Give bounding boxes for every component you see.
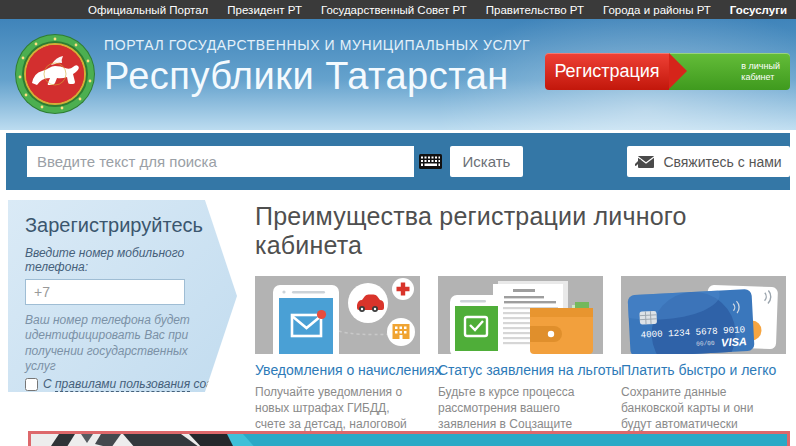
republic-title-line: Республики Татарстан (104, 55, 530, 98)
promo-banner-image (31, 434, 787, 446)
benefit-status: Статус заявления на льготы Будьте в курс… (438, 276, 604, 446)
register-panel: Зарегистрируйтесь Введите номер мобильно… (8, 200, 237, 392)
promo-banner[interactable] (28, 431, 790, 446)
phone-input[interactable] (25, 279, 185, 305)
terms-row: С правилами пользования согласен(а) (25, 377, 237, 391)
benefit-status-title[interactable]: Статус заявления на льготы (438, 362, 604, 378)
registration-button[interactable]: Регистрация (545, 53, 669, 90)
phone-label: Введите номер мобильного телефона: (25, 246, 237, 274)
terms-link[interactable]: правилами пользования (55, 377, 190, 392)
portal-title-line: ПОРТАЛ ГОСУДАРСТВЕННЫХ И МУНИЦИПАЛЬНЫХ У… (104, 37, 530, 53)
card-brand-text: VISA (721, 335, 747, 348)
benefit-notifications: Уведомления о начислениях Получайте увед… (255, 276, 421, 446)
benefits-section: Преимущества регистрации личного кабинет… (255, 202, 790, 446)
header: ПОРТАЛ ГОСУДАРСТВЕННЫХ И МУНИЦИПАЛЬНЫХ У… (0, 19, 796, 130)
portal-title-block: ПОРТАЛ ГОСУДАРСТВЕННЫХ И МУНИЦИПАЛЬНЫХ У… (104, 37, 530, 98)
benefits-title: Преимущества регистрации личного кабинет… (255, 202, 790, 260)
application-status-icon (438, 276, 603, 354)
search-button[interactable]: Искать (450, 146, 523, 177)
login-button-sublabel: в личный кабинет (741, 61, 780, 82)
contact-us-button[interactable]: Свяжитесь с нами (627, 146, 790, 177)
topbar-link-official-portal[interactable]: Официальный Портал (88, 4, 208, 16)
benefit-pay-title[interactable]: Платить быстро и легко (621, 362, 787, 378)
page: Официальный Портал Президент РТ Государс… (0, 0, 796, 446)
benefits-row: Уведомления о начислениях Получайте увед… (255, 276, 790, 446)
contact-us-label: Свяжитесь с нами (663, 154, 781, 170)
benefit-status-description: Будьте в курсе процесса рассмотрения ваш… (438, 384, 604, 433)
topbar-link-president[interactable]: Президент РТ (227, 4, 302, 16)
search-band: Искать Свяжитесь с нами (6, 133, 790, 190)
search-input[interactable] (27, 146, 414, 177)
bank-cards-icon: 4000 1234 5678 9010 00/00 VISA (621, 276, 786, 354)
phone-hint-text: Ваш номер телефона будет идентифицироват… (25, 313, 221, 374)
tatarstan-coat-of-arms-logo (14, 33, 96, 115)
register-panel-title: Зарегистрируйтесь (25, 214, 237, 237)
card-expiry-text: 00/00 (696, 340, 715, 348)
envelope-icon (635, 155, 654, 168)
benefit-notifications-title[interactable]: Уведомления о начислениях (255, 362, 421, 378)
registration-button-label: Регистрация (554, 61, 659, 82)
register-button[interactable]: Зарегистрироваться (25, 404, 177, 432)
virtual-keyboard-icon[interactable] (419, 154, 442, 169)
topbar-link-gosuslugi[interactable]: Госуслуги (730, 4, 787, 16)
topbar-link-cities-districts[interactable]: Города и районы РТ (603, 4, 711, 16)
topbar-link-state-council[interactable]: Государственный Совет РТ (321, 4, 467, 16)
terms-checkbox[interactable] (25, 378, 38, 391)
benefit-pay: 4000 1234 5678 9010 00/00 VISA Платить б… (621, 276, 787, 446)
topbar-link-government[interactable]: Правительство РТ (486, 4, 584, 16)
phone-notifications-icon (255, 276, 420, 354)
terms-text: С правилами пользования согласен(а) (43, 377, 259, 391)
government-links-bar: Официальный Портал Президент РТ Государс… (0, 0, 796, 19)
